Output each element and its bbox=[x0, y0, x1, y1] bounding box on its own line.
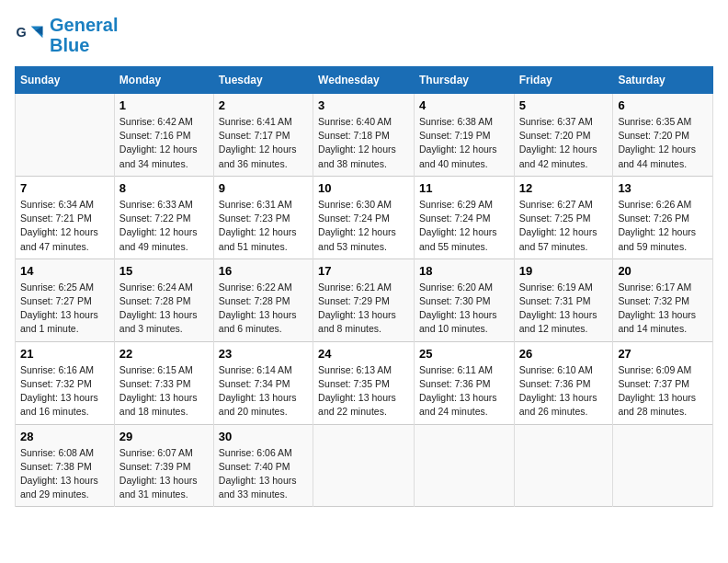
calendar-cell: 4Sunrise: 6:38 AMSunset: 7:19 PMDaylight… bbox=[414, 94, 514, 177]
day-info: Sunrise: 6:34 AMSunset: 7:21 PMDaylight:… bbox=[20, 198, 109, 254]
day-info: Sunrise: 6:22 AMSunset: 7:28 PMDaylight:… bbox=[219, 281, 308, 337]
calendar-cell: 27Sunrise: 6:09 AMSunset: 7:37 PMDayligh… bbox=[613, 341, 713, 424]
day-info: Sunrise: 6:40 AMSunset: 7:18 PMDaylight:… bbox=[318, 115, 409, 171]
day-info: Sunrise: 6:37 AMSunset: 7:20 PMDaylight:… bbox=[519, 115, 609, 171]
day-info: Sunrise: 6:06 AMSunset: 7:40 PMDaylight:… bbox=[219, 446, 308, 502]
day-number: 24 bbox=[318, 347, 409, 361]
day-info: Sunrise: 6:17 AMSunset: 7:32 PMDaylight:… bbox=[618, 281, 708, 337]
day-number: 14 bbox=[20, 264, 109, 278]
day-info: Sunrise: 6:08 AMSunset: 7:38 PMDaylight:… bbox=[20, 446, 109, 502]
day-number: 10 bbox=[318, 181, 409, 195]
header-thursday: Thursday bbox=[414, 67, 514, 94]
day-number: 2 bbox=[219, 98, 308, 112]
calendar-cell: 9Sunrise: 6:31 AMSunset: 7:23 PMDaylight… bbox=[213, 176, 313, 259]
day-info: Sunrise: 6:42 AMSunset: 7:16 PMDaylight:… bbox=[119, 115, 209, 171]
calendar-cell: 28Sunrise: 6:08 AMSunset: 7:38 PMDayligh… bbox=[16, 424, 115, 507]
day-number: 30 bbox=[219, 430, 308, 443]
svg-text:G: G bbox=[17, 25, 27, 40]
calendar-cell: 17Sunrise: 6:21 AMSunset: 7:29 PMDayligh… bbox=[313, 259, 415, 341]
logo-icon: G bbox=[15, 20, 44, 50]
calendar-cell: 2Sunrise: 6:41 AMSunset: 7:17 PMDaylight… bbox=[213, 94, 313, 177]
calendar-cell: 12Sunrise: 6:27 AMSunset: 7:25 PMDayligh… bbox=[514, 176, 613, 259]
header-friday: Friday bbox=[514, 67, 613, 94]
day-info: Sunrise: 6:14 AMSunset: 7:34 PMDaylight:… bbox=[219, 363, 308, 419]
day-number: 29 bbox=[119, 430, 209, 443]
day-info: Sunrise: 6:10 AMSunset: 7:36 PMDaylight:… bbox=[519, 363, 609, 419]
day-number: 23 bbox=[219, 347, 308, 361]
calendar-cell: 14Sunrise: 6:25 AMSunset: 7:27 PMDayligh… bbox=[16, 259, 115, 341]
day-number: 25 bbox=[419, 347, 509, 361]
calendar-cell: 6Sunrise: 6:35 AMSunset: 7:20 PMDaylight… bbox=[613, 94, 713, 177]
calendar-cell: 23Sunrise: 6:14 AMSunset: 7:34 PMDayligh… bbox=[213, 341, 313, 424]
day-number: 5 bbox=[519, 98, 609, 112]
calendar-cell: 15Sunrise: 6:24 AMSunset: 7:28 PMDayligh… bbox=[114, 259, 213, 341]
header-wednesday: Wednesday bbox=[313, 67, 415, 94]
day-info: Sunrise: 6:13 AMSunset: 7:35 PMDaylight:… bbox=[318, 363, 409, 419]
day-number: 7 bbox=[20, 181, 109, 195]
logo: G General Blue bbox=[15, 15, 118, 55]
calendar-cell bbox=[414, 424, 514, 507]
calendar-cell: 21Sunrise: 6:16 AMSunset: 7:32 PMDayligh… bbox=[16, 341, 115, 424]
day-number: 3 bbox=[318, 98, 409, 112]
header-saturday: Saturday bbox=[613, 67, 713, 94]
day-number: 16 bbox=[219, 264, 308, 278]
header-sunday: Sunday bbox=[16, 67, 115, 94]
day-number: 20 bbox=[618, 264, 708, 278]
day-info: Sunrise: 6:27 AMSunset: 7:25 PMDaylight:… bbox=[519, 198, 609, 254]
calendar-cell: 25Sunrise: 6:11 AMSunset: 7:36 PMDayligh… bbox=[414, 341, 514, 424]
day-number: 21 bbox=[20, 347, 109, 361]
calendar-cell: 20Sunrise: 6:17 AMSunset: 7:32 PMDayligh… bbox=[613, 259, 713, 341]
day-info: Sunrise: 6:38 AMSunset: 7:19 PMDaylight:… bbox=[419, 115, 509, 171]
calendar-cell: 16Sunrise: 6:22 AMSunset: 7:28 PMDayligh… bbox=[213, 259, 313, 341]
header-monday: Monday bbox=[114, 67, 213, 94]
calendar-cell bbox=[313, 424, 415, 507]
day-number: 15 bbox=[119, 264, 209, 278]
calendar-cell: 7Sunrise: 6:34 AMSunset: 7:21 PMDaylight… bbox=[16, 176, 115, 259]
day-info: Sunrise: 6:15 AMSunset: 7:33 PMDaylight:… bbox=[119, 363, 209, 419]
calendar-cell bbox=[613, 424, 713, 507]
day-number: 19 bbox=[519, 264, 609, 278]
day-info: Sunrise: 6:35 AMSunset: 7:20 PMDaylight:… bbox=[618, 115, 708, 171]
calendar-cell: 10Sunrise: 6:30 AMSunset: 7:24 PMDayligh… bbox=[313, 176, 415, 259]
calendar-cell: 1Sunrise: 6:42 AMSunset: 7:16 PMDaylight… bbox=[114, 94, 213, 177]
day-info: Sunrise: 6:29 AMSunset: 7:24 PMDaylight:… bbox=[419, 198, 509, 254]
day-info: Sunrise: 6:07 AMSunset: 7:39 PMDaylight:… bbox=[119, 446, 209, 502]
week-row-5: 28Sunrise: 6:08 AMSunset: 7:38 PMDayligh… bbox=[16, 424, 713, 507]
day-info: Sunrise: 6:09 AMSunset: 7:37 PMDaylight:… bbox=[618, 363, 708, 419]
calendar-cell: 30Sunrise: 6:06 AMSunset: 7:40 PMDayligh… bbox=[213, 424, 313, 507]
calendar-header-row: SundayMondayTuesdayWednesdayThursdayFrid… bbox=[16, 67, 713, 94]
logo-text: General Blue bbox=[50, 15, 118, 55]
calendar-cell: 29Sunrise: 6:07 AMSunset: 7:39 PMDayligh… bbox=[114, 424, 213, 507]
week-row-3: 14Sunrise: 6:25 AMSunset: 7:27 PMDayligh… bbox=[16, 259, 713, 341]
page-header: G General Blue bbox=[15, 15, 713, 55]
week-row-2: 7Sunrise: 6:34 AMSunset: 7:21 PMDaylight… bbox=[16, 176, 713, 259]
day-number: 26 bbox=[519, 347, 609, 361]
day-info: Sunrise: 6:26 AMSunset: 7:26 PMDaylight:… bbox=[618, 198, 708, 254]
day-info: Sunrise: 6:30 AMSunset: 7:24 PMDaylight:… bbox=[318, 198, 409, 254]
day-info: Sunrise: 6:31 AMSunset: 7:23 PMDaylight:… bbox=[219, 198, 308, 254]
calendar-cell: 18Sunrise: 6:20 AMSunset: 7:30 PMDayligh… bbox=[414, 259, 514, 341]
calendar-cell: 24Sunrise: 6:13 AMSunset: 7:35 PMDayligh… bbox=[313, 341, 415, 424]
day-number: 17 bbox=[318, 264, 409, 278]
day-number: 12 bbox=[519, 181, 609, 195]
calendar-cell: 8Sunrise: 6:33 AMSunset: 7:22 PMDaylight… bbox=[114, 176, 213, 259]
day-info: Sunrise: 6:25 AMSunset: 7:27 PMDaylight:… bbox=[20, 281, 109, 337]
calendar-cell: 13Sunrise: 6:26 AMSunset: 7:26 PMDayligh… bbox=[613, 176, 713, 259]
day-number: 4 bbox=[419, 98, 509, 112]
week-row-1: 1Sunrise: 6:42 AMSunset: 7:16 PMDaylight… bbox=[16, 94, 713, 177]
day-number: 6 bbox=[618, 98, 708, 112]
day-number: 22 bbox=[119, 347, 209, 361]
day-number: 11 bbox=[419, 181, 509, 195]
day-number: 27 bbox=[618, 347, 708, 361]
week-row-4: 21Sunrise: 6:16 AMSunset: 7:32 PMDayligh… bbox=[16, 341, 713, 424]
day-info: Sunrise: 6:20 AMSunset: 7:30 PMDaylight:… bbox=[419, 281, 509, 337]
day-number: 8 bbox=[119, 181, 209, 195]
calendar-cell: 3Sunrise: 6:40 AMSunset: 7:18 PMDaylight… bbox=[313, 94, 415, 177]
header-tuesday: Tuesday bbox=[213, 67, 313, 94]
calendar-cell bbox=[16, 94, 115, 177]
day-number: 1 bbox=[119, 98, 209, 112]
day-number: 9 bbox=[219, 181, 308, 195]
calendar-cell: 11Sunrise: 6:29 AMSunset: 7:24 PMDayligh… bbox=[414, 176, 514, 259]
calendar-cell: 19Sunrise: 6:19 AMSunset: 7:31 PMDayligh… bbox=[514, 259, 613, 341]
day-info: Sunrise: 6:41 AMSunset: 7:17 PMDaylight:… bbox=[219, 115, 308, 171]
